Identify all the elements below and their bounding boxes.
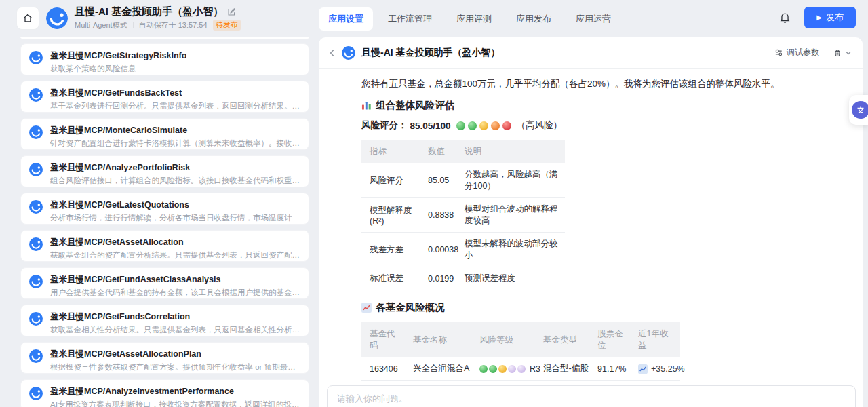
publish-button[interactable]: ▶ 发布 [804, 7, 856, 28]
question-input[interactable] [327, 385, 856, 407]
message-intro: 您持有五只基金，总金额100万元，几乎平均分配（各占20%）。我将为您评估该组合… [361, 77, 846, 91]
home-button[interactable] [16, 7, 39, 30]
bar-chart-icon [361, 100, 372, 111]
sidebar-tool-item[interactable]: 盈米且慢MCP/GetFundAssetClassAnalysis 用户会提供基… [20, 267, 309, 299]
fund-risk-level: R3 [471, 357, 535, 381]
tool-description: 获取基金组合的资产配置分析结果。只需提供基金列表，只返回资产配置分析结果。该接口… [50, 250, 300, 260]
top-header: 且慢-AI 基金投顾助手（盈小智） Multi-Agent模式 自动保存于 13… [0, 0, 868, 35]
edit-icon[interactable] [227, 7, 236, 16]
status-badge: 待发布 [213, 20, 241, 31]
chart-increasing-icon [638, 364, 648, 374]
tab-app-evaluation[interactable]: 应用评测 [447, 7, 501, 31]
metric-description: 模型对组合波动的解释程度较高 [456, 198, 565, 233]
translate-plugin-icon [852, 101, 868, 119]
column-header: 风险等级 [471, 322, 535, 357]
metrics-table-body: 风险评分 85.05 分数越高，风险越高（满分100） 模型解释度 (R²) 0… [361, 163, 565, 290]
sidebar-tool-item[interactable]: 盈米且慢MCP/AnalyzeInvestmentPerformance AI专… [20, 379, 309, 407]
tool-avatar-icon [29, 312, 43, 326]
tool-title: 盈米且慢MCP/GetStrategyRiskInfo [50, 50, 186, 62]
tool-avatar-icon [29, 163, 43, 176]
tool-description: 针对资产配置组合进行蒙特卡洛模拟计算（测算未来收益概率）。接收对象形式的资产配置… [50, 138, 300, 149]
chevron-left-icon [328, 49, 336, 57]
risk-dot-red [502, 121, 511, 130]
return-value: +35.25% [651, 364, 685, 374]
tab-app-operation[interactable]: 应用运营 [566, 7, 620, 31]
fund-stock-position: 91.17% [589, 357, 630, 381]
header-tabs: 应用设置 工作流管理 应用评测 应用发布 应用运营 [319, 7, 620, 31]
back-button[interactable] [326, 46, 339, 60]
tools-sidebar: 盈米且慢MCP/GetStrategyRiskInfo 获取某个策略的风险信息 … [20, 37, 309, 407]
metric-value: 0.00038 [420, 233, 456, 267]
tab-app-settings[interactable]: 应用设置 [319, 7, 373, 31]
tool-description: AI专用投资方案表现判断接口，接收投资方案配置数据，返回详细的投资方案表现分析结… [50, 400, 300, 407]
tool-description: 根据投资三性参数获取资产配置方案。提供预期年化收益率 or 预期最大回撤 or … [50, 362, 300, 372]
risk-metrics-table: 指标 数值 说明 风险评分 85.05 分数越高，风险越高（满分100） 模型解… [361, 140, 565, 290]
tab-app-publish[interactable]: 应用发布 [507, 7, 561, 31]
sidebar-tool-item[interactable]: 盈米且慢MCP/GetFundsCorrelation 获取基金相关性分析结果。… [20, 305, 309, 336]
column-header: 基金类型 [535, 322, 589, 357]
home-icon [22, 13, 33, 24]
tool-avatar-icon [29, 88, 43, 102]
clear-chat-button[interactable] [833, 48, 852, 58]
notification-bell-button[interactable] [778, 11, 792, 25]
metric-description: 预测误差程度 [456, 267, 565, 290]
tool-avatar-icon [29, 387, 43, 400]
column-header: 近1年收益 [630, 322, 680, 357]
metric-name: 标准误差 [361, 267, 420, 290]
sidebar-tool-item[interactable]: 盈米且慢MCP/GetAssetAllocationPlan 根据投资三性参数获… [20, 342, 309, 374]
metrics-row: 残差方差 0.00038 模型未解释的波动部分较小 [361, 233, 565, 267]
tool-title: 盈米且慢MCP/GetAssetAllocation [50, 237, 300, 248]
tool-title: 盈米且慢MCP/AnalyzePortfolioRisk [50, 162, 300, 174]
tools-list: 盈米且慢MCP/GetStrategyRiskInfo 获取某个策略的风险信息 … [20, 43, 309, 407]
sidebar-tool-item[interactable]: 盈米且慢MCP/GetStrategyRiskInfo 获取某个策略的风险信息 [20, 43, 309, 75]
chat-panel-header: 且慢-AI 基金投顾助手（盈小智） 调试参数 [319, 37, 863, 69]
metrics-row: 标准误差 0.0199 预测误差程度 [361, 267, 565, 290]
risk-score-label: 风险评分： [361, 119, 408, 132]
tool-description: 获取某个策略的风险信息 [50, 64, 186, 74]
risk-dot-green [468, 121, 477, 130]
column-header: 说明 [456, 140, 565, 163]
risk-dot-inactive [517, 365, 526, 373]
sidebar-tool-item[interactable]: 盈米且慢MCP/MonteCarloSimulate 针对资产配置组合进行蒙特卡… [20, 118, 309, 150]
tab-workflow-management[interactable]: 工作流管理 [378, 7, 441, 31]
assistant-avatar [342, 46, 355, 60]
tool-title: 盈米且慢MCP/GetLatestQuotations [50, 199, 292, 211]
sidebar-tool-item[interactable]: 盈米且慢MCP/GetLatestQuotations 分析市场行情，进行行情解… [20, 193, 309, 225]
tool-title: 盈米且慢MCP/MonteCarloSimulate [50, 125, 300, 136]
chat-panel-title: 且慢-AI 基金投顾助手（盈小智） [361, 47, 500, 59]
tool-description: 获取基金相关性分析结果。只需提供基金列表，只返回基金相关性分析结果。该接口分析基… [50, 325, 300, 335]
tool-title: 盈米且慢MCP/GetFundAssetClassAnalysis [50, 274, 300, 286]
metric-value: 85.05 [420, 163, 456, 198]
sidebar-tool-item[interactable]: 盈米且慢MCP/GetFundsBackTest 基于基金列表进行回测分析。只需… [20, 81, 309, 113]
tool-avatar-icon [29, 349, 43, 363]
tool-avatar-icon [29, 237, 43, 251]
tool-avatar-icon [29, 125, 43, 139]
metrics-row: 风险评分 85.05 分数越高，风险越高（满分100） [361, 163, 565, 198]
sidebar-tool-item[interactable]: 盈米且慢MCP/AnalyzePortfolioRisk 组合风险评估接口，计算… [20, 155, 309, 187]
metric-value: 0.8838 [420, 198, 456, 233]
app-avatar [46, 7, 68, 29]
assistant-message: 您持有五只基金，总金额100万元，几乎平均分配（各占20%）。我将为您评估该组合… [319, 69, 863, 407]
section-title-fund-risks: 各基金风险概况 [361, 301, 846, 314]
risk-dot-orange [491, 121, 500, 130]
risk-dot-inactive [508, 365, 516, 373]
tool-title: 盈米且慢MCP/AnalyzeInvestmentPerformance [50, 386, 300, 398]
column-header: 基金代码 [361, 322, 405, 357]
metric-value: 0.0199 [420, 267, 456, 290]
metric-name: 残差方差 [361, 233, 420, 267]
clipped-card [20, 37, 309, 39]
floating-plugin-button[interactable] [849, 95, 868, 125]
debug-params-button[interactable]: 调试参数 [774, 47, 819, 58]
risk-score-dots [456, 121, 511, 130]
tool-title: 盈米且慢MCP/GetFundsBackTest [50, 88, 300, 99]
tool-description: 用户会提供基金代码和基金的持有金额，该工具会根据用户提供的基金持仓信息，穿透分析… [50, 288, 300, 298]
tool-avatar-icon [29, 275, 43, 288]
chevron-down-icon [845, 50, 852, 56]
fund-type: 混合型-偏股 [535, 357, 589, 381]
agent-mode-label: Multi-Agent模式 [75, 20, 127, 31]
metric-description: 模型未解释的波动部分较小 [456, 233, 565, 267]
metrics-row: 模型解释度 (R²) 0.8838 模型对组合波动的解释程度较高 [361, 198, 565, 233]
risk-dot-yellow [498, 365, 507, 373]
tool-avatar-icon [29, 200, 43, 214]
sidebar-tool-item[interactable]: 盈米且慢MCP/GetAssetAllocation 获取基金组合的资产配置分析… [20, 230, 309, 262]
